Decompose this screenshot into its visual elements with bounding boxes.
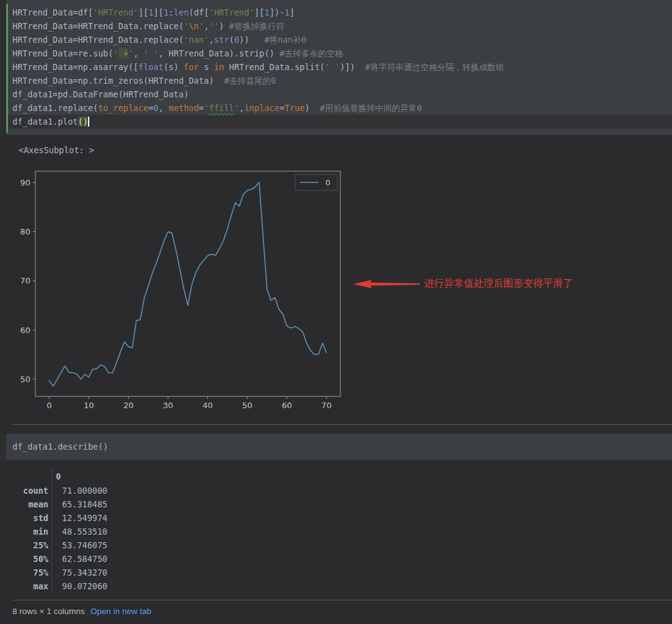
row-value: 53.746075 xyxy=(62,538,107,552)
row-value: 12.549974 xyxy=(62,511,107,525)
row-label: std xyxy=(0,511,48,525)
dataframe-output: 0 count71.000000mean65.318485std12.54997… xyxy=(0,460,672,600)
cell-divider xyxy=(12,424,672,425)
row-label: 50% xyxy=(0,552,48,566)
row-value: 48.553510 xyxy=(62,525,107,538)
row-value: 90.072060 xyxy=(62,579,107,593)
notebook-page: HRTrend_Data=df['HRTrend'][1][1:len(df['… xyxy=(0,0,672,624)
selected-cell-indicator xyxy=(6,4,8,133)
annotation-text: 进行异常值处理后图形变得平滑了 xyxy=(424,277,573,290)
code-line[interactable]: HRTrend_Data=np.asarray([float(s) for s … xyxy=(12,60,504,74)
plot-frame xyxy=(35,171,340,396)
series-line xyxy=(49,182,326,386)
x-tick-label: 50 xyxy=(242,401,253,410)
code-line[interactable]: HRTrend_Data=re.sub(' +', ' ', HRTrend_D… xyxy=(12,47,504,60)
x-tick-label: 30 xyxy=(163,401,174,410)
row-label: 75% xyxy=(0,566,48,579)
x-tick-label: 20 xyxy=(123,401,134,410)
describe-code[interactable]: df_data1.describe() xyxy=(12,442,108,452)
row-label: mean xyxy=(0,497,48,511)
axes-repr-text: <AxesSubplot: > xyxy=(19,145,94,155)
row-label: 25% xyxy=(0,538,48,552)
y-tick-label: 70 xyxy=(20,276,30,285)
code-line[interactable]: HRTrend_Data=df['HRTrend'][1][1:len(df['… xyxy=(12,6,504,19)
y-tick-label: 50 xyxy=(20,375,30,384)
table-column-separator xyxy=(51,467,52,593)
code-line[interactable]: HRTrend_Data=np.trim_zeros(HRTrend_Data)… xyxy=(12,74,504,87)
row-value: 62.584750 xyxy=(62,552,107,566)
x-tick-label: 0 xyxy=(46,401,51,410)
code-line[interactable]: HRTrend_Data=HRTrend_Data.replace('nan',… xyxy=(12,33,504,47)
code-line[interactable]: HRTrend_Data=HRTrend_Data.replace('\n','… xyxy=(12,19,504,33)
row-value: 71.000000 xyxy=(62,484,107,497)
table-column-header: 0 xyxy=(56,470,61,483)
row-label: max xyxy=(0,579,48,593)
y-tick-label: 60 xyxy=(20,326,30,335)
line-chart-output: 01020304050607050607080900 xyxy=(19,167,347,416)
y-tick-label: 90 xyxy=(20,178,30,187)
cell-gutter xyxy=(0,434,6,460)
code-line[interactable]: df_data1.plot() xyxy=(12,115,504,128)
dataframe-shape-label: 8 rows × 1 columns xyxy=(12,607,85,616)
plot-output-area: <AxesSubplot: > 010203040506070506070809… xyxy=(0,135,672,424)
legend-label: 0 xyxy=(325,178,330,187)
dataframe-footer: 8 rows × 1 columns Open in new tab xyxy=(0,600,672,624)
x-tick-label: 70 xyxy=(321,401,332,410)
row-value: 75.343270 xyxy=(62,566,107,579)
red-arrow-icon xyxy=(353,279,420,290)
x-tick-label: 60 xyxy=(281,401,292,410)
code-line[interactable]: df_data1=pd.DataFrame(HRTrend_Data) xyxy=(12,87,504,101)
y-tick-label: 80 xyxy=(20,227,30,236)
code-line[interactable]: df_data1.replace(to_replace=0, method='f… xyxy=(12,101,504,115)
row-label: min xyxy=(0,525,48,538)
row-value: 65.318485 xyxy=(62,497,107,511)
x-tick-label: 10 xyxy=(84,401,94,410)
row-label: count xyxy=(0,484,48,497)
open-in-new-tab-link[interactable]: Open in new tab xyxy=(91,607,151,616)
cell-gutter xyxy=(0,0,6,135)
code-cell-1[interactable]: HRTrend_Data=df['HRTrend'][1][1:len(df['… xyxy=(0,0,672,135)
code-cell-2[interactable]: df_data1.describe() xyxy=(0,434,672,460)
code-lines[interactable]: HRTrend_Data=df['HRTrend'][1][1:len(df['… xyxy=(12,6,504,128)
x-tick-label: 40 xyxy=(203,401,213,410)
